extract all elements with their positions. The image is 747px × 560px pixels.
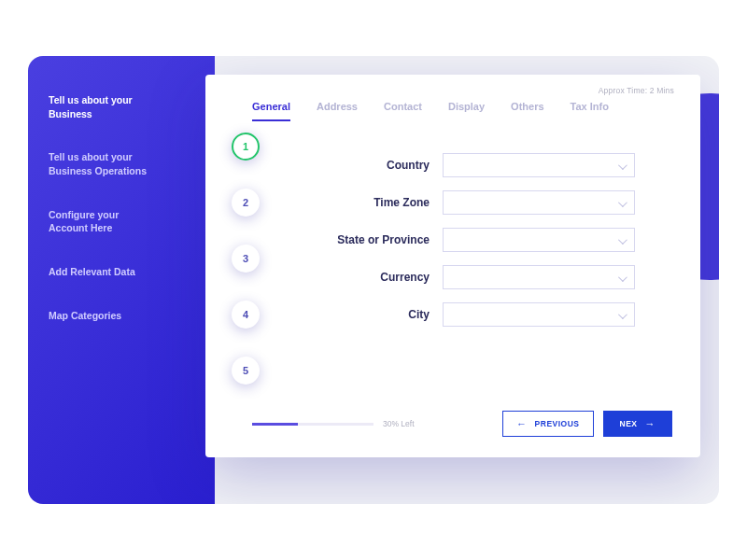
label-state: State or Province: [308, 233, 430, 246]
previous-button[interactable]: ← PREVIOUS: [502, 411, 593, 437]
label-currency: Currency: [308, 271, 430, 284]
main-card: Approx Time: 2 Mins General Address Cont…: [205, 75, 700, 457]
step-configure[interactable]: Configure your Account Here: [49, 208, 196, 235]
field-row: Country: [308, 153, 635, 177]
field-row: Currency: [308, 265, 635, 289]
select-currency[interactable]: [443, 265, 635, 289]
select-state[interactable]: [443, 228, 635, 252]
tab-contact[interactable]: Contact: [384, 101, 422, 121]
step-operations[interactable]: Tell us about your Business Operations: [49, 150, 196, 177]
step-circle-5[interactable]: 5: [232, 357, 260, 385]
arrow-left-icon: ←: [516, 419, 528, 429]
step-circle-3[interactable]: 3: [232, 245, 260, 273]
step-circle-4[interactable]: 4: [232, 301, 260, 329]
form: Country Time Zone State or Province Curr…: [252, 153, 672, 327]
progress-bar: [252, 423, 374, 426]
app-canvas: DiveShop360 Tell us about your Business …: [28, 56, 719, 504]
tab-address[interactable]: Address: [317, 101, 358, 121]
select-timezone[interactable]: [443, 190, 635, 215]
next-label: NEX: [620, 419, 638, 428]
progress-fill: [252, 423, 298, 426]
approx-time: Approx Time: 2 Mins: [599, 86, 674, 95]
step-map-categories[interactable]: Map Categories: [49, 309, 196, 323]
tab-display[interactable]: Display: [448, 101, 485, 121]
next-button[interactable]: NEX →: [603, 411, 672, 437]
arrow-right-icon: →: [645, 419, 656, 429]
label-country: Country: [308, 159, 430, 172]
step-circle-1[interactable]: 1: [232, 133, 260, 161]
select-country[interactable]: [443, 153, 635, 177]
field-row: City: [308, 302, 635, 327]
select-city[interactable]: [443, 302, 635, 327]
step-circles: 1 2 3 4 5: [232, 133, 260, 413]
card-footer: 30% Left ← PREVIOUS NEX →: [252, 411, 672, 437]
step-business[interactable]: Tell us about your Business: [49, 93, 196, 120]
label-timezone: Time Zone: [308, 196, 430, 209]
progress-label: 30% Left: [383, 419, 415, 428]
tab-others[interactable]: Others: [511, 101, 543, 121]
step-add-data[interactable]: Add Relevant Data: [49, 265, 196, 279]
tab-taxinfo[interactable]: Tax Info: [571, 101, 609, 121]
field-row: State or Province: [308, 228, 635, 252]
tab-general[interactable]: General: [252, 101, 290, 121]
action-buttons: ← PREVIOUS NEX →: [502, 411, 672, 437]
tabs: General Address Contact Display Others T…: [252, 101, 672, 121]
previous-label: PREVIOUS: [535, 419, 580, 428]
label-city: City: [308, 308, 430, 321]
field-row: Time Zone: [308, 190, 635, 215]
sidebar: Tell us about your Business Tell us abou…: [28, 56, 215, 504]
step-circle-2[interactable]: 2: [232, 189, 260, 217]
